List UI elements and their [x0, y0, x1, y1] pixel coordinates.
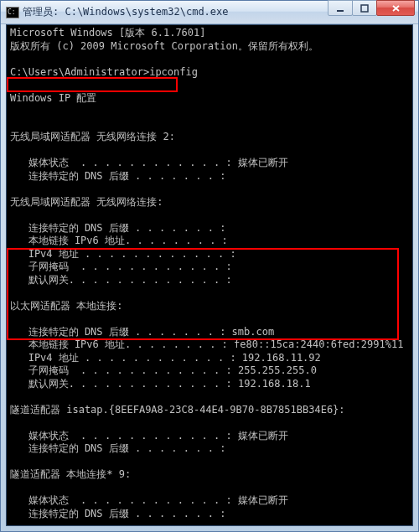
line: 本地链接 IPv6 地址. . . . . . . . : [10, 235, 228, 246]
line: IPv4 地址 . . . . . . . . . . . . : 192.16… [10, 352, 321, 364]
maximize-icon [360, 4, 369, 13]
app-window: C: 管理员: C:\Windows\system32\cmd.exe Micr… [0, 0, 419, 532]
section-title: 隧道适配器 本地连接* 9: [10, 468, 131, 480]
highlight-box-command [7, 77, 178, 92]
line: IPv4 地址 . . . . . . . . . . . . : [10, 248, 236, 260]
line: 本地链接 IPv6 地址. . . . . . . . : fe80::15ca… [10, 338, 403, 350]
maximize-button[interactable] [352, 0, 377, 16]
titlebar[interactable]: C: 管理员: C:\Windows\system32\cmd.exe [1, 1, 418, 24]
terminal-output[interactable]: Microsoft Windows [版本 6.1.7601] 版权所有 (c)… [7, 25, 412, 525]
section-title: 无线局域网适配器 无线网络连接: [10, 196, 163, 208]
section-title: 无线局域网适配器 无线网络连接 2: [10, 131, 175, 142]
line: 连接特定的 DNS 后缀 . . . . . . . : [10, 442, 225, 454]
line: 媒体状态 . . . . . . . . . . . . : 媒体已断开 [10, 494, 288, 506]
svg-rect-0 [337, 10, 344, 12]
content-frame: Microsoft Windows [版本 6.1.7601] 版权所有 (c)… [6, 24, 413, 526]
line: 默认网关. . . . . . . . . . . . . : [10, 274, 232, 286]
line: 子网掩码 . . . . . . . . . . . . : 255.255.2… [10, 364, 317, 376]
line: 默认网关. . . . . . . . . . . . . : 192.168.… [10, 378, 311, 390]
line: 媒体状态 . . . . . . . . . . . . : 媒体已断开 [10, 430, 288, 442]
minimize-button[interactable] [328, 0, 353, 16]
line: 连接特定的 DNS 后缀 . . . . . . . : smb.com [10, 326, 274, 338]
prompt-line: C:\Users\Administrator>ipconfig [10, 66, 198, 78]
cmd-icon: C: [6, 7, 19, 18]
line: 媒体状态 . . . . . . . . . . . . : 媒体已断开 [10, 157, 288, 168]
line: 子网掩码 . . . . . . . . . . . . : [10, 261, 232, 272]
close-icon [391, 4, 401, 13]
line: Microsoft Windows [版本 6.1.7601] [10, 27, 206, 39]
window-title: 管理员: C:\Windows\system32\cmd.exe [23, 5, 328, 19]
svg-rect-1 [361, 5, 368, 12]
minimize-icon [336, 4, 344, 13]
line: 版权所有 (c) 2009 Microsoft Corporation。保留所有… [10, 40, 318, 52]
line: 连接特定的 DNS 后缀 . . . . . . . : [10, 508, 225, 519]
line: 连接特定的 DNS 后缀 . . . . . . . : [10, 170, 225, 182]
line: Windows IP 配置 [10, 92, 96, 104]
window-controls [328, 4, 415, 20]
close-button[interactable] [376, 0, 415, 16]
section-title: 隧道适配器 isatap.{8EEFA9A8-23C8-44E4-9B70-8B… [10, 404, 345, 416]
line: 连接特定的 DNS 后缀 . . . . . . . : [10, 222, 225, 234]
section-title: 以太网适配器 本地连接: [10, 300, 122, 312]
